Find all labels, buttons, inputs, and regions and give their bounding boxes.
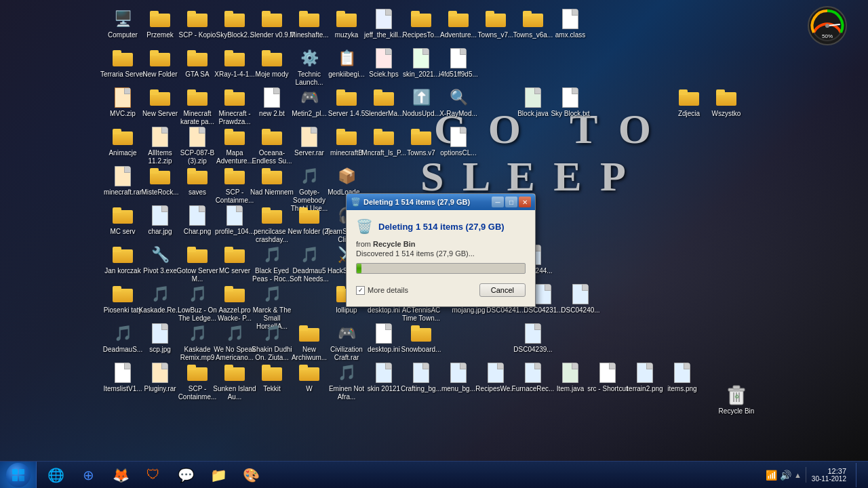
speedometer-widget: 50% [807, 5, 848, 46]
svg-rect-2 [733, 386, 740, 389]
taskbar-firefox[interactable]: 🦊 [106, 463, 136, 487]
progress-bar-container [356, 263, 526, 274]
svg-rect-15 [12, 476, 18, 481]
antivirus-icon: 🛡 [146, 467, 160, 483]
delete-dialog: 🗑️ Deleting 1 514 items (27,9 GB) ─ □ ✕ … [346, 193, 536, 307]
desktop-icon-skyblock-txt[interactable]: Sky Block.txt [546, 85, 595, 119]
firefox-icon: 🦊 [113, 467, 130, 483]
dialog-source: Recycle Bin [373, 240, 415, 248]
taskbar-chrome[interactable]: ⊕ [73, 463, 103, 487]
system-tray: 📶 🔊 ▲ [766, 470, 802, 481]
svg-rect-16 [19, 476, 24, 481]
dialog-title-icon: 🗑️ [351, 197, 361, 207]
taskbar-app2-icon: 🎨 [243, 467, 260, 483]
dialog-window-controls: ─ □ ✕ [492, 197, 531, 207]
dialog-discovered: Discovered 1 514 items (27,9 GB)... [356, 249, 526, 258]
clock[interactable]: 12:37 30-11-2012 [806, 467, 852, 483]
svg-rect-13 [12, 469, 18, 474]
desktop-icon-snowboard[interactable]: Snowboard... [397, 321, 446, 355]
desktop: G O T O S L E E P 🖥️ Computer Przemek SC… [0, 0, 868, 461]
progress-bar-fill [357, 264, 361, 273]
clock-time: 12:37 [827, 467, 846, 475]
more-details-label: More details [368, 286, 408, 294]
tray-network-icon[interactable]: 📶 [766, 470, 777, 481]
dialog-close-button[interactable]: ✕ [519, 197, 531, 207]
dialog-body: 🗑️ Deleting 1 514 items (27,9 GB) from R… [347, 210, 535, 306]
ie-icon: 🌐 [47, 467, 64, 483]
start-orb [6, 463, 31, 487]
desktop-icon-dsc04240[interactable]: DSC04240... [556, 282, 605, 316]
tray-volume-icon[interactable]: 🔊 [780, 470, 791, 481]
taskbar: 🌐 ⊕ 🦊 🛡 💬 📁 🎨 📶 🔊 ▲ 12:37 30-11-2012 [0, 461, 868, 488]
chrome-icon: ⊕ [83, 467, 94, 483]
dialog-from-text: from Recycle Bin [356, 240, 526, 248]
start-button[interactable] [0, 462, 37, 489]
dialog-main-heading: 🗑️ Deleting 1 514 items (27,9 GB) [356, 218, 526, 235]
desktop-icon-itemspng[interactable]: items.png [658, 361, 707, 394]
taskbar-folder[interactable]: 📁 [203, 463, 233, 487]
taskbar-skype[interactable]: 💬 [171, 463, 201, 487]
svg-text:50%: 50% [822, 33, 833, 39]
recycle-bin-icon[interactable]: ♻ Recycle Bin [712, 383, 761, 417]
more-details-checkbox[interactable]: ✓ [356, 286, 365, 295]
desktop-icon-dsc04239[interactable]: DSC04239... [509, 321, 557, 355]
desktop-icon-amx[interactable]: amx.class [546, 7, 595, 41]
dialog-minimize-button[interactable]: ─ [492, 197, 504, 207]
svg-rect-14 [19, 469, 24, 474]
folder-taskbar-icon: 📁 [210, 467, 227, 483]
taskbar-app2[interactable]: 🎨 [236, 463, 266, 487]
taskbar-right: 📶 🔊 ▲ 12:37 30-11-2012 [760, 463, 868, 487]
cancel-button[interactable]: Cancel [479, 283, 526, 297]
dialog-titlebar: 🗑️ Deleting 1 514 items (27,9 GB) ─ □ ✕ [347, 194, 535, 210]
taskbar-apps: 🌐 ⊕ 🦊 🛡 💬 📁 🎨 [37, 462, 760, 488]
dialog-maximize-button[interactable]: □ [505, 197, 517, 207]
desktop-icon-optionscl[interactable]: optionsCL... [434, 125, 483, 159]
svg-text:♻: ♻ [734, 394, 739, 400]
dialog-footer: ✓ More details Cancel [356, 281, 526, 298]
clock-date: 30-11-2012 [812, 475, 846, 483]
more-details-checkbox-label[interactable]: ✓ More details [356, 286, 408, 295]
svg-point-10 [825, 24, 829, 28]
desktop-icon-wszystko[interactable]: Wszystko [702, 85, 751, 119]
dialog-title-text: Deleting 1 514 items (27,9 GB) [363, 198, 492, 206]
tray-battery-icon: ▲ [794, 471, 802, 479]
show-desktop-button[interactable] [856, 463, 863, 487]
desktop-icon-i4fd[interactable]: i4fd51ff9d5... [434, 46, 483, 80]
taskbar-ie[interactable]: 🌐 [41, 463, 71, 487]
skype-icon: 💬 [178, 467, 195, 483]
recycle-bin-svg: ♻ [726, 384, 747, 406]
desktop-icon-xraymod[interactable]: 🔍 X-RayMod... [434, 85, 483, 119]
taskbar-antivirus[interactable]: 🛡 [138, 463, 168, 487]
dialog-recycle-icon: 🗑️ [356, 218, 373, 235]
